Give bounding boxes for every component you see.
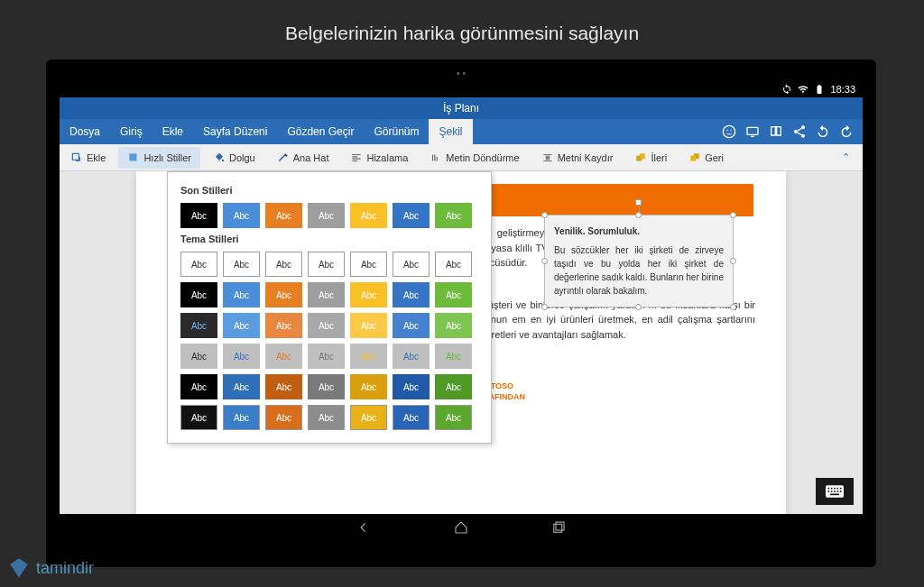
style-swatch[interactable]: Abc [393,203,430,228]
tool-hizalama[interactable]: Hizalama [341,147,417,169]
style-swatch[interactable]: Abc [265,252,302,277]
style-swatch[interactable]: Abc [180,374,217,399]
style-swatch[interactable]: Abc [180,344,217,369]
menu-gozden-gecir[interactable]: Gözden Geçir [277,119,364,144]
redo-icon[interactable] [839,124,854,139]
style-swatch[interactable]: Abc [265,282,302,307]
share-icon[interactable] [792,124,807,139]
style-swatch[interactable]: Abc [308,313,345,338]
svg-rect-10 [545,155,550,160]
collapse-ribbon-icon[interactable]: ⌃ [842,151,863,163]
style-swatch[interactable]: Abc [350,252,387,277]
style-swatch[interactable]: Abc [350,203,387,228]
style-swatch[interactable]: Abc [435,252,472,277]
style-swatch[interactable]: Abc [180,252,217,277]
tool-hizli-stiller[interactable]: Hızlı Stiller [118,147,200,169]
style-swatch[interactable]: Abc [393,252,430,277]
style-swatch[interactable]: Abc [180,405,217,430]
keyboard-button[interactable] [816,478,854,505]
tool-geri[interactable]: Geri [679,147,733,169]
style-swatch[interactable]: Abc [393,374,430,399]
tool-metin-dondurme[interactable]: Metin Döndürme [420,147,528,169]
theme-row: AbcAbcAbcAbcAbcAbcAbc [180,405,478,430]
screen: 18:33 İş Planı Dosya Giriş Ekle Sayfa Dü… [60,81,863,541]
style-swatch[interactable]: Abc [265,344,302,369]
style-swatch[interactable]: Abc [393,282,430,307]
svg-rect-30 [556,522,564,530]
style-swatch[interactable]: Abc [308,405,345,430]
smile-icon[interactable] [722,124,736,139]
wifi-icon [798,84,808,95]
style-swatch[interactable]: Abc [435,203,472,228]
svg-rect-26 [837,491,839,492]
tool-ekle[interactable]: Ekle [61,147,115,169]
style-swatch[interactable]: Abc [350,405,387,430]
style-swatch[interactable]: Abc [350,313,387,338]
menubar: Dosya Giriş Ekle Sayfa Düzeni Gözden Geç… [60,119,863,144]
style-swatch[interactable]: Abc [223,203,260,228]
style-swatch[interactable]: Abc [350,282,387,307]
selected-textbox[interactable]: Yenilik. Sorumluluk. Bu sözcükler her ik… [544,215,734,307]
style-swatch[interactable]: Abc [180,203,217,228]
svg-point-1 [726,130,727,131]
style-swatch[interactable]: Abc [223,282,260,307]
textbox-title: Yenilik. Sorumluluk. [554,225,724,238]
menu-ekle[interactable]: Ekle [152,119,193,144]
tool-metni-kaydir[interactable]: Metni Kaydır [532,147,623,169]
recent-apps-icon[interactable] [550,519,567,536]
tool-ana-hat[interactable]: Ana Hat [268,147,338,169]
slogan: Belgelerinizin harika görünmesini sağlay… [0,23,924,44]
style-swatch[interactable]: Abc [435,282,472,307]
style-swatch[interactable]: Abc [435,344,472,369]
style-swatch[interactable]: Abc [308,344,345,369]
svg-rect-21 [837,488,839,490]
style-swatch[interactable]: Abc [308,282,345,307]
svg-rect-22 [840,488,842,490]
style-swatch[interactable]: Abc [393,344,430,369]
display-icon[interactable] [745,124,760,139]
document-title: İş Planı [60,97,863,119]
menu-sekil[interactable]: Şekil [429,119,472,144]
svg-rect-29 [554,524,562,532]
menu-dosya[interactable]: Dosya [60,119,110,144]
battery-icon [814,84,825,95]
style-swatch[interactable]: Abc [350,344,387,369]
tool-dolgu[interactable]: Dolgu [204,147,264,169]
style-swatch[interactable]: Abc [223,405,260,430]
svg-rect-7 [72,153,79,160]
tool-ileri[interactable]: İleri [625,147,676,169]
svg-rect-23 [828,491,830,492]
style-swatch[interactable]: Abc [180,282,217,307]
style-swatch[interactable]: Abc [265,203,302,228]
style-swatch[interactable]: Abc [308,252,345,277]
menu-giris[interactable]: Giriş [110,119,152,144]
style-swatch[interactable]: Abc [223,313,260,338]
home-icon[interactable] [453,519,469,536]
style-swatch[interactable]: Abc [435,405,472,430]
style-swatch[interactable]: Abc [265,313,302,338]
svg-rect-14 [690,155,696,161]
style-swatch[interactable]: Abc [223,374,260,399]
svg-point-6 [801,134,805,138]
style-swatch[interactable]: Abc [265,374,302,399]
textbox-body: Bu sözcükler her iki şirketi de zirveye … [554,243,724,298]
style-swatch[interactable]: Abc [223,344,260,369]
svg-rect-27 [840,491,842,492]
style-swatch[interactable]: Abc [393,405,430,430]
back-icon[interactable] [356,519,372,536]
style-swatch[interactable]: Abc [265,405,302,430]
svg-rect-19 [831,488,833,490]
style-swatch[interactable]: Abc [435,313,472,338]
style-swatch[interactable]: Abc [350,374,387,399]
style-swatch[interactable]: Abc [223,252,260,277]
menu-gorunum[interactable]: Görünüm [364,119,429,144]
style-swatch[interactable]: Abc [180,313,217,338]
menu-sayfa-duzeni[interactable]: Sayfa Düzeni [193,119,277,144]
svg-rect-18 [828,488,830,490]
undo-icon[interactable] [816,124,830,139]
style-swatch[interactable]: Abc [435,374,472,399]
book-icon[interactable] [769,124,783,139]
style-swatch[interactable]: Abc [308,374,345,399]
style-swatch[interactable]: Abc [308,203,345,228]
style-swatch[interactable]: Abc [393,313,430,338]
